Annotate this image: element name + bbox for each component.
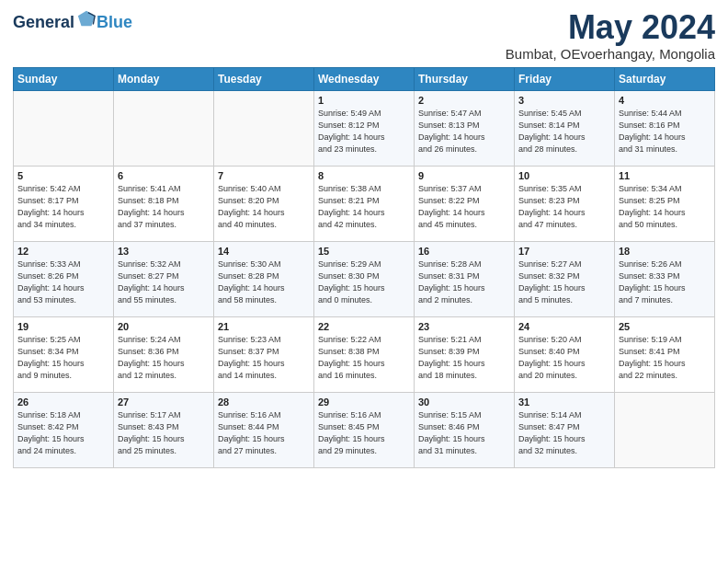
day-info: Sunrise: 5:41 AM Sunset: 8:18 PM Dayligh… (118, 183, 210, 231)
calendar-cell: 28Sunrise: 5:16 AM Sunset: 8:44 PM Dayli… (214, 392, 314, 467)
day-info: Sunrise: 5:16 AM Sunset: 8:45 PM Dayligh… (318, 409, 410, 457)
calendar-cell: 9Sunrise: 5:37 AM Sunset: 8:22 PM Daylig… (415, 166, 515, 241)
calendar-week-row: 12Sunrise: 5:33 AM Sunset: 8:26 PM Dayli… (14, 241, 715, 316)
day-info: Sunrise: 5:29 AM Sunset: 8:30 PM Dayligh… (318, 259, 410, 306)
day-number: 11 (619, 170, 711, 181)
calendar-table: SundayMondayTuesdayWednesdayThursdayFrid… (13, 67, 715, 468)
calendar-cell: 21Sunrise: 5:23 AM Sunset: 8:37 PM Dayli… (214, 316, 314, 392)
day-info: Sunrise: 5:22 AM Sunset: 8:38 PM Dayligh… (318, 334, 410, 382)
day-number: 13 (118, 246, 210, 257)
calendar-week-row: 19Sunrise: 5:25 AM Sunset: 8:34 PM Dayli… (14, 316, 715, 392)
day-number: 25 (619, 321, 711, 332)
day-info: Sunrise: 5:18 AM Sunset: 8:42 PM Dayligh… (17, 409, 109, 457)
day-number: 8 (318, 170, 410, 181)
calendar-cell: 5Sunrise: 5:42 AM Sunset: 8:17 PM Daylig… (14, 166, 114, 241)
calendar-cell (114, 90, 214, 166)
day-info: Sunrise: 5:44 AM Sunset: 8:16 PM Dayligh… (619, 108, 711, 155)
day-number: 3 (518, 95, 610, 106)
calendar-cell: 3Sunrise: 5:45 AM Sunset: 8:14 PM Daylig… (515, 90, 615, 166)
day-info: Sunrise: 5:42 AM Sunset: 8:17 PM Dayligh… (17, 183, 109, 231)
calendar-cell (615, 392, 715, 467)
day-info: Sunrise: 5:14 AM Sunset: 8:47 PM Dayligh… (518, 409, 610, 457)
day-info: Sunrise: 5:37 AM Sunset: 8:22 PM Dayligh… (418, 183, 510, 231)
calendar-cell: 7Sunrise: 5:40 AM Sunset: 8:20 PM Daylig… (214, 166, 314, 241)
weekday-header-tuesday: Tuesday (214, 67, 314, 90)
weekday-header-sunday: Sunday (14, 67, 114, 90)
day-info: Sunrise: 5:21 AM Sunset: 8:39 PM Dayligh… (418, 334, 510, 382)
logo: General Blue (13, 9, 132, 30)
logo-icon (76, 9, 97, 29)
day-number: 6 (118, 170, 210, 181)
day-number: 31 (518, 396, 610, 408)
day-number: 2 (418, 95, 510, 106)
calendar-cell: 16Sunrise: 5:28 AM Sunset: 8:31 PM Dayli… (415, 241, 515, 316)
day-info: Sunrise: 5:34 AM Sunset: 8:25 PM Dayligh… (619, 183, 711, 231)
day-info: Sunrise: 5:33 AM Sunset: 8:26 PM Dayligh… (17, 259, 109, 306)
weekday-header-wednesday: Wednesday (314, 67, 415, 90)
day-info: Sunrise: 5:45 AM Sunset: 8:14 PM Dayligh… (518, 108, 610, 155)
logo-general-text: General (13, 14, 74, 30)
day-info: Sunrise: 5:17 AM Sunset: 8:43 PM Dayligh… (118, 409, 210, 457)
day-number: 28 (218, 396, 310, 408)
weekday-header-saturday: Saturday (615, 67, 715, 90)
day-info: Sunrise: 5:47 AM Sunset: 8:13 PM Dayligh… (418, 108, 510, 155)
day-info: Sunrise: 5:35 AM Sunset: 8:23 PM Dayligh… (518, 183, 610, 231)
calendar-cell: 25Sunrise: 5:19 AM Sunset: 8:41 PM Dayli… (615, 316, 715, 392)
weekday-header-row: SundayMondayTuesdayWednesdayThursdayFrid… (14, 67, 715, 90)
day-number: 29 (318, 396, 410, 408)
logo-blue-text: Blue (97, 14, 132, 30)
day-info: Sunrise: 5:28 AM Sunset: 8:31 PM Dayligh… (418, 259, 510, 306)
day-info: Sunrise: 5:23 AM Sunset: 8:37 PM Dayligh… (218, 334, 310, 382)
calendar-cell: 26Sunrise: 5:18 AM Sunset: 8:42 PM Dayli… (14, 392, 114, 467)
day-number: 4 (619, 95, 711, 106)
day-info: Sunrise: 5:27 AM Sunset: 8:32 PM Dayligh… (518, 259, 610, 306)
day-number: 18 (619, 246, 711, 257)
day-number: 19 (17, 321, 109, 332)
weekday-header-monday: Monday (114, 67, 214, 90)
day-number: 17 (518, 246, 610, 257)
day-number: 14 (218, 246, 310, 257)
calendar-cell: 29Sunrise: 5:16 AM Sunset: 8:45 PM Dayli… (314, 392, 415, 467)
day-number: 5 (17, 170, 109, 181)
day-number: 24 (518, 321, 610, 332)
weekday-header-friday: Friday (515, 67, 615, 90)
day-info: Sunrise: 5:24 AM Sunset: 8:36 PM Dayligh… (118, 334, 210, 382)
logo-area: General Blue (13, 9, 132, 30)
weekday-header-thursday: Thursday (415, 67, 515, 90)
calendar-cell: 15Sunrise: 5:29 AM Sunset: 8:30 PM Dayli… (314, 241, 415, 316)
calendar-cell: 27Sunrise: 5:17 AM Sunset: 8:43 PM Dayli… (114, 392, 214, 467)
day-number: 16 (418, 246, 510, 257)
day-number: 30 (418, 396, 510, 408)
day-info: Sunrise: 5:30 AM Sunset: 8:28 PM Dayligh… (218, 259, 310, 306)
day-info: Sunrise: 5:19 AM Sunset: 8:41 PM Dayligh… (619, 334, 711, 382)
day-number: 27 (118, 396, 210, 408)
calendar-week-row: 26Sunrise: 5:18 AM Sunset: 8:42 PM Dayli… (14, 392, 715, 467)
calendar-cell: 2Sunrise: 5:47 AM Sunset: 8:13 PM Daylig… (415, 90, 515, 166)
calendar-week-row: 1Sunrise: 5:49 AM Sunset: 8:12 PM Daylig… (14, 90, 715, 166)
calendar-cell: 18Sunrise: 5:26 AM Sunset: 8:33 PM Dayli… (615, 241, 715, 316)
calendar-cell: 23Sunrise: 5:21 AM Sunset: 8:39 PM Dayli… (415, 316, 515, 392)
calendar-cell: 11Sunrise: 5:34 AM Sunset: 8:25 PM Dayli… (615, 166, 715, 241)
day-number: 9 (418, 170, 510, 181)
location-subtitle: Bumbat, OEvoerhangay, Mongolia (506, 46, 715, 62)
calendar-cell: 19Sunrise: 5:25 AM Sunset: 8:34 PM Dayli… (14, 316, 114, 392)
day-number: 20 (118, 321, 210, 332)
calendar-cell: 20Sunrise: 5:24 AM Sunset: 8:36 PM Dayli… (114, 316, 214, 392)
day-number: 26 (17, 396, 109, 408)
calendar-cell: 31Sunrise: 5:14 AM Sunset: 8:47 PM Dayli… (515, 392, 615, 467)
day-number: 10 (518, 170, 610, 181)
day-info: Sunrise: 5:26 AM Sunset: 8:33 PM Dayligh… (619, 259, 711, 306)
calendar-cell: 12Sunrise: 5:33 AM Sunset: 8:26 PM Dayli… (14, 241, 114, 316)
header: General Blue May 2024 Bumbat, OEvoerhang… (13, 9, 715, 62)
calendar-cell: 30Sunrise: 5:15 AM Sunset: 8:46 PM Dayli… (415, 392, 515, 467)
calendar-cell: 6Sunrise: 5:41 AM Sunset: 8:18 PM Daylig… (114, 166, 214, 241)
day-info: Sunrise: 5:40 AM Sunset: 8:20 PM Dayligh… (218, 183, 310, 231)
calendar-cell: 10Sunrise: 5:35 AM Sunset: 8:23 PM Dayli… (515, 166, 615, 241)
day-info: Sunrise: 5:49 AM Sunset: 8:12 PM Dayligh… (318, 108, 410, 155)
day-info: Sunrise: 5:32 AM Sunset: 8:27 PM Dayligh… (118, 259, 210, 306)
day-info: Sunrise: 5:15 AM Sunset: 8:46 PM Dayligh… (418, 409, 510, 457)
calendar-week-row: 5Sunrise: 5:42 AM Sunset: 8:17 PM Daylig… (14, 166, 715, 241)
day-info: Sunrise: 5:25 AM Sunset: 8:34 PM Dayligh… (17, 334, 109, 382)
day-number: 23 (418, 321, 510, 332)
title-area: May 2024 Bumbat, OEvoerhangay, Mongolia (506, 9, 715, 62)
